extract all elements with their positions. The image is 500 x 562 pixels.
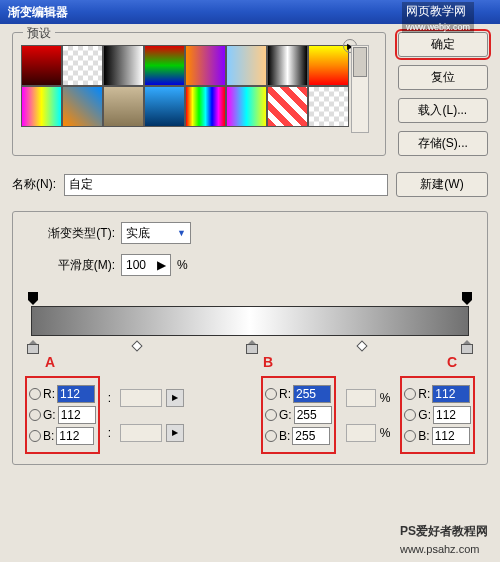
new-button[interactable]: 新建(W): [396, 172, 488, 197]
midpoint-left[interactable]: [131, 340, 142, 351]
gradient-bar-editor[interactable]: [25, 292, 475, 352]
rgb-box-c: R: G: B:: [400, 376, 475, 454]
arrow-right-icon: ▶: [157, 258, 166, 272]
input-b-c[interactable]: [432, 427, 470, 445]
label-b: B: [263, 354, 273, 370]
preset-swatch[interactable]: [103, 45, 144, 86]
scrollbar-thumb[interactable]: [353, 47, 367, 77]
label-c: C: [447, 354, 457, 370]
preset-swatch[interactable]: [185, 86, 226, 127]
radio-r-a[interactable]: [29, 388, 41, 400]
mid-field-2[interactable]: [120, 424, 162, 442]
preset-swatch[interactable]: [308, 45, 349, 86]
preset-swatch[interactable]: [267, 86, 308, 127]
color-stop-c[interactable]: [461, 340, 473, 352]
label-a: A: [45, 354, 55, 370]
smoothness-unit: %: [177, 258, 188, 272]
arrow-right-icon[interactable]: ▶: [166, 389, 184, 407]
input-r-a[interactable]: [57, 385, 95, 403]
smoothness-label: 平滑度(M):: [25, 257, 115, 274]
gradient-type-panel: 渐变类型(T): 实底 ▼ 平滑度(M): 100 ▶ % A: [12, 211, 488, 465]
input-r-b[interactable]: [293, 385, 331, 403]
mid-controls: :▶ :▶: [108, 376, 253, 454]
window-title: 渐变编辑器: [4, 4, 68, 21]
watermark-bottom: PS爱好者教程网www.psahz.com: [398, 520, 490, 558]
input-g-c[interactable]: [433, 406, 471, 424]
chevron-down-icon: ▼: [177, 228, 186, 238]
radio-r-c[interactable]: [404, 388, 416, 400]
presets-panel: 预设 ▶: [12, 32, 386, 156]
color-stop-b[interactable]: [246, 340, 258, 352]
radio-g-b[interactable]: [265, 409, 277, 421]
presets-scrollbar[interactable]: [351, 45, 369, 133]
preset-swatch[interactable]: [21, 45, 62, 86]
gradient-preview-bar[interactable]: [31, 306, 469, 336]
input-b-b[interactable]: [292, 427, 330, 445]
ok-button[interactable]: 确定: [398, 32, 488, 57]
mid-field-1[interactable]: [120, 389, 162, 407]
preset-swatch[interactable]: [267, 45, 308, 86]
midpoint-right[interactable]: [356, 340, 367, 351]
preset-swatch[interactable]: [185, 45, 226, 86]
save-button[interactable]: 存储(S)...: [398, 131, 488, 156]
watermark-top: 网页教学网www.webjx.com: [402, 2, 474, 33]
preset-swatch[interactable]: [226, 86, 267, 127]
opacity-stop-left[interactable]: [27, 292, 39, 304]
rgb-box-a: R: G: B:: [25, 376, 100, 454]
input-r-c[interactable]: [432, 385, 470, 403]
load-button[interactable]: 载入(L)...: [398, 98, 488, 123]
rgb-box-b: R: G: B:: [261, 376, 336, 454]
type-label: 渐变类型(T):: [25, 225, 115, 242]
type-select[interactable]: 实底 ▼: [121, 222, 191, 244]
preset-swatch[interactable]: [308, 86, 349, 127]
radio-b-c[interactable]: [404, 430, 416, 442]
action-buttons: 确定 复位 载入(L)... 存储(S)...: [398, 32, 488, 156]
input-g-b[interactable]: [294, 406, 332, 424]
preset-swatch[interactable]: [21, 86, 62, 127]
radio-g-a[interactable]: [29, 409, 41, 421]
pct-field-1[interactable]: [346, 389, 376, 407]
color-stop-a[interactable]: [27, 340, 39, 352]
reset-button[interactable]: 复位: [398, 65, 488, 90]
preset-swatch-grid: [21, 45, 349, 127]
preset-swatch[interactable]: [226, 45, 267, 86]
input-b-a[interactable]: [56, 427, 94, 445]
pct-field-2[interactable]: [346, 424, 376, 442]
arrow-right-icon[interactable]: ▶: [166, 424, 184, 442]
radio-g-c[interactable]: [404, 409, 416, 421]
name-input[interactable]: [64, 174, 388, 196]
presets-legend: 预设: [23, 25, 55, 42]
smoothness-input[interactable]: 100 ▶: [121, 254, 171, 276]
titlebar: 渐变编辑器 网页教学网www.webjx.com: [0, 0, 500, 24]
opacity-stop-right[interactable]: [461, 292, 473, 304]
preset-swatch[interactable]: [144, 86, 185, 127]
radio-b-a[interactable]: [29, 430, 41, 442]
input-g-a[interactable]: [58, 406, 96, 424]
preset-swatch[interactable]: [62, 45, 103, 86]
preset-swatch[interactable]: [62, 86, 103, 127]
name-label: 名称(N):: [12, 176, 56, 193]
preset-swatch[interactable]: [103, 86, 144, 127]
radio-r-b[interactable]: [265, 388, 277, 400]
dialog-body: 预设 ▶ 确定 复位 载入(L)... 存储(S)... 名称(N): 新建(W…: [0, 24, 500, 473]
preset-swatch[interactable]: [144, 45, 185, 86]
radio-b-b[interactable]: [265, 430, 277, 442]
